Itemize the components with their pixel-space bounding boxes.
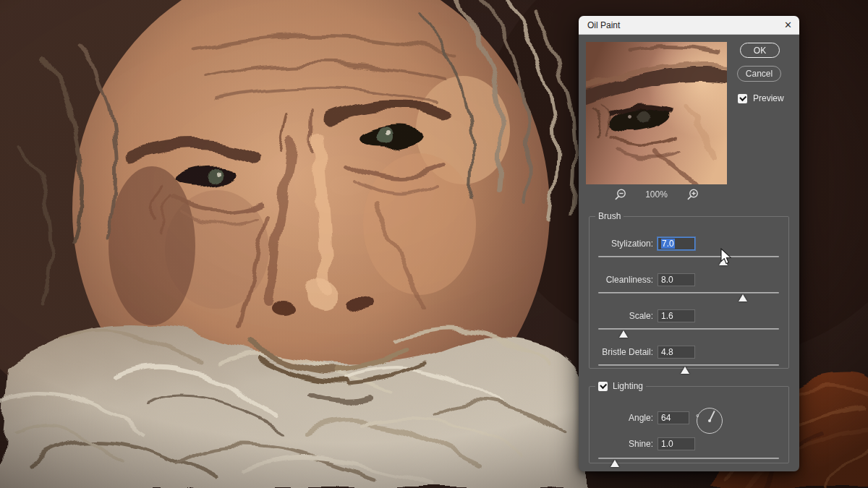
stylization-label: Stylization:	[590, 239, 653, 249]
slider-track	[598, 292, 779, 294]
scale-value: 1.6	[661, 311, 673, 321]
angle-input[interactable]: 64	[658, 411, 689, 424]
bristle-detail-label: Bristle Detail:	[590, 347, 653, 357]
zoom-in-icon[interactable]	[686, 188, 699, 201]
slider-track	[598, 458, 779, 459]
angle-value: 64	[661, 413, 671, 423]
cleanliness-row: Cleanliness: 8.0	[590, 273, 788, 286]
zoom-out-icon[interactable]	[614, 188, 627, 201]
scale-slider-thumb[interactable]	[619, 330, 628, 338]
scale-input[interactable]: 1.6	[658, 309, 695, 322]
bristle-detail-value: 4.8	[661, 347, 673, 357]
screen: Oil Paint ✕	[0, 0, 868, 488]
shine-slider-thumb[interactable]	[610, 460, 619, 467]
slider-track	[598, 328, 779, 330]
close-icon[interactable]: ✕	[784, 20, 792, 30]
cleanliness-value: 8.0	[661, 275, 673, 285]
lighting-group: Lighting Angle: 64 ° Shine: 1.0	[589, 381, 789, 463]
bristle-detail-input[interactable]: 4.8	[658, 346, 695, 359]
shine-value: 1.0	[661, 439, 673, 449]
oil-paint-dialog: Oil Paint ✕	[579, 16, 799, 471]
cleanliness-label: Cleanliness:	[590, 275, 653, 285]
stylization-slider-thumb[interactable]	[719, 258, 728, 265]
preview-checkbox-label: Preview	[753, 93, 784, 103]
stylization-value: 7.0	[661, 239, 675, 249]
shine-row: Shine: 1.0	[590, 437, 788, 450]
cleanliness-slider-thumb[interactable]	[739, 294, 747, 301]
shine-input[interactable]: 1.0	[658, 437, 695, 450]
stylization-row: Stylization: 7.0	[590, 237, 788, 250]
angle-label: Angle:	[590, 413, 653, 423]
filter-preview-thumbnail[interactable]	[586, 42, 727, 184]
angle-dial[interactable]	[697, 408, 723, 434]
shine-label: Shine:	[590, 439, 653, 449]
scale-label: Scale:	[590, 311, 653, 321]
ok-button[interactable]: OK	[740, 43, 780, 58]
brush-group: Brush Stylization: 7.0 Cleanliness: 8.0	[589, 211, 789, 369]
slider-track	[598, 364, 779, 366]
lighting-checkbox[interactable]	[598, 382, 608, 391]
stylization-slider[interactable]	[598, 254, 779, 266]
bristle-detail-slider[interactable]	[598, 363, 779, 374]
cleanliness-slider[interactable]	[598, 291, 779, 302]
dialog-titlebar[interactable]: Oil Paint ✕	[579, 16, 799, 35]
dialog-title: Oil Paint	[579, 20, 620, 30]
lighting-label: Lighting	[613, 381, 643, 391]
bristle-detail-row: Bristle Detail: 4.8	[590, 346, 788, 359]
preview-checkbox[interactable]: Preview	[738, 93, 784, 103]
preview-eye-closeup	[586, 42, 727, 184]
cancel-button[interactable]: Cancel	[737, 66, 781, 82]
angle-dial-center	[708, 419, 711, 422]
checkbox-checked-icon[interactable]	[738, 94, 747, 103]
preview-zoom-controls: 100%	[586, 187, 727, 202]
brush-group-legend: Brush	[595, 211, 624, 221]
angle-row: Angle: 64 °	[590, 411, 788, 424]
cleanliness-input[interactable]: 8.0	[658, 273, 695, 286]
bristle-detail-slider-thumb[interactable]	[681, 367, 689, 374]
zoom-level: 100%	[643, 189, 671, 200]
shine-slider[interactable]	[598, 456, 779, 468]
lighting-group-legend: Lighting	[595, 381, 646, 391]
scale-slider[interactable]	[598, 327, 779, 338]
scale-row: Scale: 1.6	[590, 309, 788, 322]
stylization-input[interactable]: 7.0	[658, 237, 695, 250]
slider-track	[598, 256, 779, 257]
